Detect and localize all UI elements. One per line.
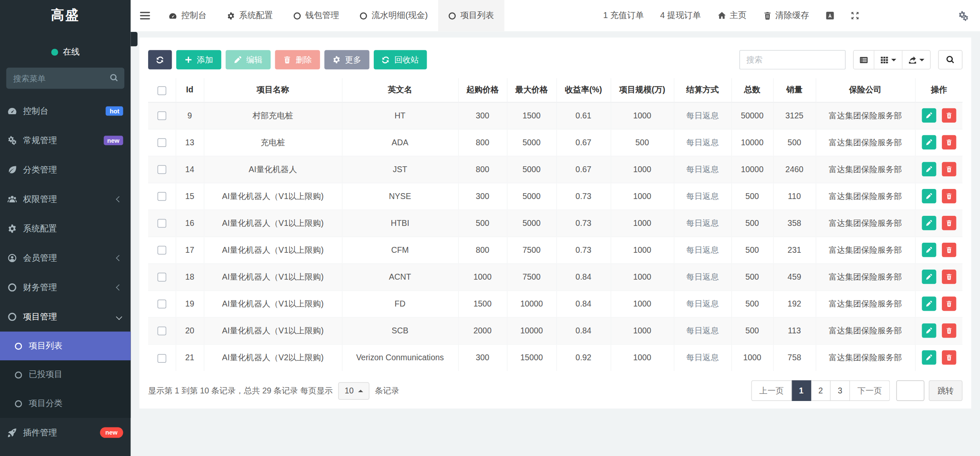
row-checkbox[interactable]	[157, 354, 166, 363]
more-button[interactable]: 更多	[324, 50, 369, 69]
recycle-bin-button[interactable]: 回收站	[374, 50, 427, 69]
settings-gears-icon[interactable]	[958, 10, 969, 21]
row-checkbox[interactable]	[157, 139, 166, 147]
prev-page-button[interactable]: 上一页	[751, 380, 792, 401]
sidebar-item-finance[interactable]: 财务管理	[0, 273, 130, 302]
trash-icon	[945, 166, 952, 173]
cell-max-price: 1500	[507, 102, 556, 129]
export-button[interactable]	[902, 51, 930, 69]
sidebar-item-general[interactable]: 常规管理 new	[0, 126, 130, 155]
delete-button[interactable]: 删除	[275, 50, 320, 69]
jump-button[interactable]: 跳转	[929, 380, 962, 401]
column-header: 保险公司	[816, 78, 915, 102]
sidebar-item-label: 财务管理	[23, 282, 117, 293]
page-size-select[interactable]: 10	[339, 382, 370, 400]
row-edit-button[interactable]	[922, 135, 936, 149]
sidebar-item-members[interactable]: 会员管理	[0, 244, 130, 273]
page-3-button[interactable]: 3	[831, 380, 850, 401]
jump-page-input[interactable]	[896, 380, 924, 401]
row-checkbox[interactable]	[157, 327, 166, 335]
cell-insurer: 富达集团保险服务部	[816, 183, 915, 210]
pencil-icon	[925, 139, 932, 146]
sidebar-item-project-list[interactable]: 项目列表	[0, 332, 130, 361]
common-search-toggle-button[interactable]	[854, 51, 874, 69]
row-checkbox[interactable]	[157, 112, 166, 121]
recharge-orders-link[interactable]: 1 充值订单	[603, 10, 644, 21]
page-2-button[interactable]: 2	[811, 380, 831, 401]
row-edit-button[interactable]	[922, 108, 936, 123]
row-edit-button[interactable]	[922, 216, 936, 230]
clear-cache-link[interactable]: 清除缓存	[763, 10, 809, 21]
row-delete-button[interactable]	[941, 108, 956, 123]
row-delete-button[interactable]	[941, 243, 956, 257]
columns-button[interactable]	[874, 51, 902, 69]
pencil-icon	[925, 112, 932, 119]
sidebar-item-project-category[interactable]: 项目分类	[0, 389, 130, 418]
cell-project-name: AI量化机器人（V1以上限购)	[204, 236, 342, 263]
next-page-button[interactable]: 下一页	[850, 380, 890, 401]
cell-actions	[915, 102, 962, 129]
row-checkbox[interactable]	[157, 300, 166, 309]
sidebar-item-plugins[interactable]: 插件管理 new	[0, 418, 130, 447]
row-checkbox[interactable]	[157, 219, 166, 228]
cell-scale: 1000	[611, 263, 674, 290]
add-button[interactable]: 添加	[176, 50, 221, 69]
sidebar-item-projects[interactable]: 项目管理	[0, 302, 130, 332]
row-edit-button[interactable]	[922, 351, 936, 365]
row-edit-button[interactable]	[922, 270, 936, 284]
cell-settle-method: 每日返息	[674, 236, 731, 263]
tab-project-list[interactable]: 项目列表	[438, 0, 504, 31]
sidebar-item-sysconfig[interactable]: 系统配置	[0, 214, 130, 244]
sidebar-item-dashboard[interactable]: 控制台 hot	[0, 96, 130, 126]
page-1-button[interactable]: 1	[792, 380, 811, 401]
home-link[interactable]: 主页	[717, 10, 747, 21]
row-edit-button[interactable]	[922, 323, 936, 338]
sidebar-item-auth[interactable]: 权限管理	[0, 184, 130, 214]
row-delete-button[interactable]	[941, 162, 956, 176]
table-search-input[interactable]	[739, 50, 845, 69]
row-delete-button[interactable]	[941, 323, 956, 338]
tab-dashboard[interactable]: 控制台	[159, 0, 216, 31]
row-checkbox[interactable]	[157, 192, 166, 201]
row-edit-button[interactable]	[922, 189, 936, 203]
row-delete-button[interactable]	[941, 189, 956, 203]
cell-min-price: 800	[458, 236, 507, 263]
row-edit-button[interactable]	[922, 296, 936, 311]
table-row: 19 AI量化机器人（V1以上限购) FD 1500 10000 0.84 10…	[148, 290, 962, 317]
row-delete-button[interactable]	[941, 351, 956, 365]
cell-total: 1000	[731, 344, 773, 371]
trash-icon	[283, 56, 291, 64]
row-edit-button[interactable]	[922, 162, 936, 176]
hamburger-menu-icon[interactable]	[130, 0, 159, 31]
row-checkbox[interactable]	[157, 165, 166, 174]
language-switch[interactable]	[825, 11, 834, 20]
row-delete-button[interactable]	[941, 216, 956, 230]
tab-cash-flow[interactable]: 流水明细(现金)	[349, 0, 438, 31]
sidebar-search-input[interactable]	[6, 68, 125, 89]
cell-settle-method: 每日返息	[674, 210, 731, 236]
sidebar-item-category[interactable]: 分类管理	[0, 155, 130, 184]
fullscreen-toggle[interactable]	[850, 11, 859, 20]
row-delete-button[interactable]	[941, 296, 956, 311]
withdraw-orders-link[interactable]: 4 提现订单	[660, 10, 701, 21]
select-all-checkbox[interactable]	[157, 86, 166, 95]
tab-wallet[interactable]: 钱包管理	[283, 0, 349, 31]
circle-icon	[14, 371, 22, 379]
cell-insurer: 富达集团保险服务部	[816, 263, 915, 290]
row-edit-button[interactable]	[922, 243, 936, 257]
row-checkbox[interactable]	[157, 273, 166, 282]
table-row: 17 AI量化机器人（V1以上限购) CFM 800 7500 0.73 100…	[148, 236, 962, 263]
sidebar-item-invested-projects[interactable]: 已投项目	[0, 360, 130, 389]
row-delete-button[interactable]	[941, 270, 956, 284]
table-wrapper: Id 项目名称 英文名 起购价格 最大价格 收益率(%) 项目规模(万) 结算方…	[139, 78, 971, 371]
search-submit-button[interactable]	[938, 50, 962, 69]
edit-button[interactable]: 编辑	[226, 50, 271, 69]
gear-icon	[333, 56, 341, 64]
cell-project-name: AI量化机器人	[204, 156, 342, 183]
row-delete-button[interactable]	[941, 135, 956, 149]
refresh-button[interactable]	[148, 50, 172, 69]
recycle-icon	[382, 56, 390, 64]
sidebar-toggle-notch[interactable]	[130, 32, 137, 46]
tab-sysconfig[interactable]: 系统配置	[216, 0, 283, 31]
row-checkbox[interactable]	[157, 246, 166, 255]
